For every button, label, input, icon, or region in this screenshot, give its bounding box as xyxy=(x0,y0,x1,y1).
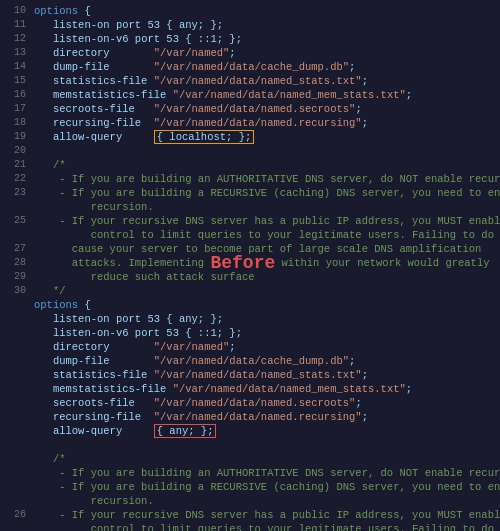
line-19-content: allow-query { localhost; }; xyxy=(34,130,496,144)
after-recursing-content: recursing-file "/var/named/data/named.re… xyxy=(34,410,496,424)
line-30-content: */ xyxy=(34,284,496,298)
line-18: 18 recursing-file "/var/named/data/named… xyxy=(0,116,500,130)
after-dir-content: directory "/var/named"; xyxy=(34,340,496,354)
line-num-30: 30 xyxy=(4,284,34,298)
after-comment-4-content: control to limit queries to your legitim… xyxy=(34,522,500,531)
line-10-content: options { xyxy=(34,4,496,18)
after-empty xyxy=(0,438,500,452)
after-line-secroots: secroots-file "/var/named/data/named.sec… xyxy=(0,396,500,410)
line-23: 23 - If you are building a RECURSIVE (ca… xyxy=(0,186,500,200)
line-19: 19 allow-query { localhost; }; xyxy=(0,130,500,144)
line-23b-content: recursion. xyxy=(34,200,496,214)
line-num-15: 15 xyxy=(4,74,34,88)
line-num-14: 14 xyxy=(4,60,34,74)
after-listen-content: listen-on port 53 { any; }; xyxy=(34,312,496,326)
line-16: 16 memstatistics-file "/var/named/data/n… xyxy=(0,88,500,102)
line-num-11: 11 xyxy=(4,18,34,32)
line-num-21: 21 xyxy=(4,158,34,172)
after-comment-start: /* xyxy=(0,452,500,466)
after-line-memstats: memstatistics-file "/var/named/data/name… xyxy=(0,382,500,396)
after-comment-2-content: - If you are building a RECURSIVE (cachi… xyxy=(34,480,500,494)
line-num-29: 29 xyxy=(4,270,34,284)
after-allowquery-content: allow-query { any; }; xyxy=(34,424,496,438)
after-options-content: options { xyxy=(34,298,496,312)
line-18-content: recursing-file "/var/named/data/named.re… xyxy=(34,116,496,130)
line-num-23: 23 xyxy=(4,186,34,200)
line-num-19: 19 xyxy=(4,130,34,144)
line-20: 20 xyxy=(0,144,500,158)
line-12: 12 listen-on-v6 port 53 { ::1; }; xyxy=(0,32,500,46)
line-26: control to limit queries to your legitim… xyxy=(0,228,500,242)
line-21-content: /* xyxy=(34,158,496,172)
after-comment-2: - If you are building a RECURSIVE (cachi… xyxy=(0,480,500,494)
line-num-22: 22 xyxy=(4,172,34,186)
line-num-28: 28 xyxy=(4,256,34,270)
after-comment-2b: recursion. xyxy=(0,494,500,508)
code-editor: 10 options { 11 listen-on port 53 { any;… xyxy=(0,0,500,531)
line-16-content: memstatistics-file "/var/named/data/name… xyxy=(34,88,496,102)
line-num-12: 12 xyxy=(4,32,34,46)
line-23b: recursion. xyxy=(0,200,500,214)
line-15-content: statistics-file "/var/named/data/named_s… xyxy=(34,74,496,88)
line-11: 11 listen-on port 53 { any; }; xyxy=(0,18,500,32)
after-comment-3-content: - If your recursive DNS server has a pub… xyxy=(34,508,500,522)
line-num-17: 17 xyxy=(4,102,34,116)
after-line-dir: directory "/var/named"; xyxy=(0,340,500,354)
line-25-content: - If your recursive DNS server has a pub… xyxy=(34,214,500,228)
after-line-stats: statistics-file "/var/named/data/named_s… xyxy=(0,368,500,382)
line-23-content: - If you are building a RECURSIVE (cachi… xyxy=(34,186,500,200)
line-22: 22 - If you are building an AUTHORITATIV… xyxy=(0,172,500,186)
line-28: 28 attacks. Implementing Before within y… xyxy=(0,256,500,270)
line-num-10: 10 xyxy=(4,4,34,18)
after-memstats-content: memstatistics-file "/var/named/data/name… xyxy=(34,382,496,396)
after-comment-3: 26 - If your recursive DNS server has a … xyxy=(0,508,500,522)
line-13: 13 directory "/var/named"; xyxy=(0,46,500,60)
line-num-13: 13 xyxy=(4,46,34,60)
line-26-content: control to limit queries to your legitim… xyxy=(34,228,500,242)
line-30: 30 */ xyxy=(0,284,500,298)
line-13-content: directory "/var/named"; xyxy=(34,46,496,60)
line-22-content: - If you are building an AUTHORITATIVE D… xyxy=(34,172,500,186)
after-listen6-content: listen-on-v6 port 53 { ::1; }; xyxy=(34,326,496,340)
after-comment-4: control to limit queries to your legitim… xyxy=(0,522,500,531)
line-num-16: 16 xyxy=(4,88,34,102)
line-28-content: attacks. Implementing Before within your… xyxy=(34,256,496,270)
line-15: 15 statistics-file "/var/named/data/name… xyxy=(0,74,500,88)
after-line-dump: dump-file "/var/named/data/cache_dump.db… xyxy=(0,354,500,368)
line-17: 17 secroots-file "/var/named/data/named.… xyxy=(0,102,500,116)
line-12-content: listen-on-v6 port 53 { ::1; }; xyxy=(34,32,496,46)
line-num-25: 25 xyxy=(4,214,34,228)
after-comment-1-content: - If you are building an AUTHORITATIVE D… xyxy=(34,466,500,480)
after-line-listen: listen-on port 53 { any; }; xyxy=(0,312,500,326)
line-num-20: 20 xyxy=(4,144,34,158)
line-11-content: listen-on port 53 { any; }; xyxy=(34,18,496,32)
after-comment-2b-content: recursion. xyxy=(34,494,496,508)
after-comment-1: - If you are building an AUTHORITATIVE D… xyxy=(0,466,500,480)
after-line-listen6: listen-on-v6 port 53 { ::1; }; xyxy=(0,326,500,340)
after-line-allowquery: allow-query { any; }; xyxy=(0,424,500,438)
after-stats-content: statistics-file "/var/named/data/named_s… xyxy=(34,368,496,382)
line-25: 25 - If your recursive DNS server has a … xyxy=(0,214,500,228)
after-dump-content: dump-file "/var/named/data/cache_dump.db… xyxy=(34,354,496,368)
line-num-27: 27 xyxy=(4,242,34,256)
line-14: 14 dump-file "/var/named/data/cache_dump… xyxy=(0,60,500,74)
after-comment-3-num: 26 xyxy=(4,508,34,522)
line-14-content: dump-file "/var/named/data/cache_dump.db… xyxy=(34,60,496,74)
after-secroots-content: secroots-file "/var/named/data/named.sec… xyxy=(34,396,496,410)
line-21: 21 /* xyxy=(0,158,500,172)
line-10: 10 options { xyxy=(0,4,500,18)
after-line-recursing: recursing-file "/var/named/data/named.re… xyxy=(0,410,500,424)
after-line-options: options { xyxy=(0,298,500,312)
line-17-content: secroots-file "/var/named/data/named.sec… xyxy=(34,102,496,116)
after-comment-start-content: /* xyxy=(34,452,496,466)
line-num-18: 18 xyxy=(4,116,34,130)
